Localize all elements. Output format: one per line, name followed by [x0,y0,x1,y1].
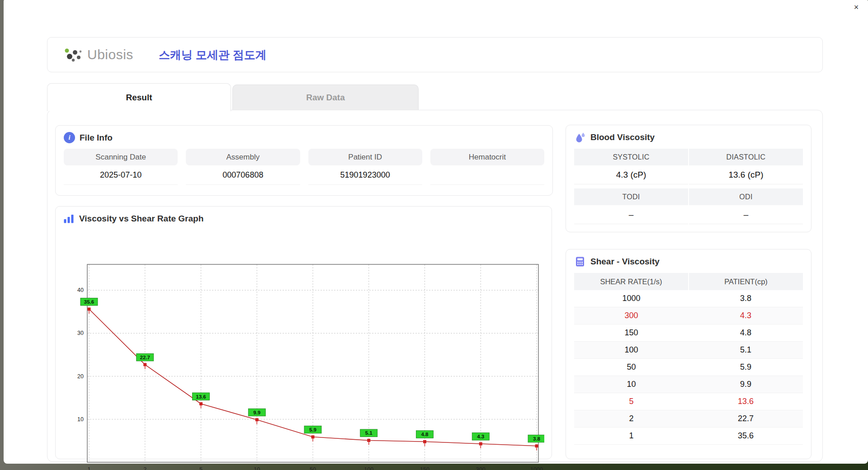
svg-text:13.6: 13.6 [196,394,206,400]
svg-text:50: 50 [310,466,316,470]
svg-text:5.9: 5.9 [309,427,316,432]
shear-col-rate: SHEAR RATE(1/s) [574,273,688,290]
calculator-icon [574,256,586,268]
field-hematocrit: Hematocrit [430,149,544,185]
svg-text:10: 10 [77,416,84,423]
logo-text: Ubiosis [87,47,133,62]
blood-viscosity-header: Blood Viscosity [574,132,803,143]
patient-cell: 4.3 [689,311,803,320]
ubiosis-logo: Ubiosis [63,46,133,63]
field-label: Assembly [186,149,300,165]
shear-table-row: 1 35.6 [574,428,803,445]
svg-text:3.8: 3.8 [533,436,541,442]
field-value: 000706808 [186,165,300,185]
tab-raw-data-label: Raw Data [306,93,345,103]
bar-chart-icon [63,213,75,225]
field-value [430,165,544,185]
shear-viscosity-header: Shear - Viscosity [574,256,803,268]
field-scanning-date: Scanning Date 2025-07-10 [64,149,178,185]
spacer [574,184,803,188]
close-icon[interactable]: × [851,2,862,13]
shear-viscosity-card: Shear - Viscosity SHEAR RATE(1/s) PATIEN… [566,249,811,459]
bv-value-systolic: 4.3 (cP) [574,165,688,184]
svg-text:20: 20 [77,373,84,380]
ubiosis-logo-icon [63,46,84,63]
svg-text:1000: 1000 [530,466,543,470]
patient-cell: 4.8 [689,328,803,338]
bv-header-diastolic: DIASTOLIC [689,149,803,165]
bv-value-diastolic: 13.6 (cP) [689,165,803,184]
bv-value-odi: – [689,205,803,224]
shear-rate-cell: 1 [574,431,689,441]
tab-result[interactable]: Result [47,83,231,111]
field-assembly: Assembly 000706808 [186,149,300,185]
svg-text:30: 30 [77,330,84,336]
patient-cell: 3.8 [689,294,803,303]
shear-rate-cell: 150 [574,328,689,338]
svg-text:300: 300 [476,466,486,470]
shear-rate-cell: 1000 [574,294,689,303]
shear-table-row: 2 22.7 [574,410,803,428]
bv-value-row-1: 4.3 (cP) 13.6 (cP) [574,165,803,184]
patient-cell: 13.6 [689,397,803,406]
svg-text:5.1: 5.1 [365,430,373,436]
svg-text:5: 5 [199,466,203,470]
tab-raw-data[interactable]: Raw Data [232,85,419,110]
shear-rate-cell: 300 [574,311,689,320]
svg-text:1: 1 [88,466,91,470]
shear-table-body: 1000 3.8 300 4.3 150 4.8 100 5.1 50 5.9 … [574,290,803,445]
shear-table-row: 100 5.1 [574,342,803,359]
shear-table-row: 150 4.8 [574,324,803,342]
svg-text:40: 40 [77,287,84,293]
viscosity-graph-card: Viscosity vs Shear Rate Graph 1020304035… [55,206,552,459]
bv-value-row-2: – – [574,205,803,224]
droplets-icon [574,132,586,143]
svg-text:10: 10 [254,466,260,470]
shear-viscosity-title: Shear - Viscosity [590,257,660,267]
shear-rate-cell: 100 [574,345,689,355]
bv-header-todi: TODI [574,188,688,205]
svg-text:4.3: 4.3 [477,434,484,439]
shear-table-header: SHEAR RATE(1/s) PATIENT(cp) [574,273,803,290]
info-icon: i [64,132,75,143]
svg-text:150: 150 [420,466,429,470]
blood-viscosity-title: Blood Viscosity [590,132,655,142]
shear-rate-cell: 10 [574,380,689,389]
shear-table-row: 300 4.3 [574,307,803,324]
svg-text:100: 100 [364,466,373,470]
svg-text:22.7: 22.7 [140,355,150,360]
patient-cell: 35.6 [689,431,803,441]
bv-header-odi: ODI [689,188,803,205]
bv-header-systolic: SYSTOLIC [574,149,688,165]
svg-text:9.9: 9.9 [253,410,260,415]
bv-header-row-2: TODI ODI [574,188,803,205]
field-label: Patient ID [308,149,422,165]
header-card: Ubiosis 스캐닝 모세관 점도계 [47,37,823,72]
file-info-title: File Info [80,133,113,143]
viscosity-chart: 1020304035.622.713.69.95.95.14.84.33.812… [63,230,544,470]
page-title: 스캐닝 모세관 점도계 [159,47,267,62]
bv-header-row-1: SYSTOLIC DIASTOLIC [574,149,803,165]
shear-table-row: 50 5.9 [574,359,803,376]
field-label: Hematocrit [430,149,544,165]
blood-viscosity-card: Blood Viscosity SYSTOLIC DIASTOLIC 4.3 (… [566,125,811,232]
field-label: Scanning Date [64,149,178,165]
patient-cell: 5.1 [689,345,803,355]
file-info-fields: Scanning Date 2025-07-10 Assembly 000706… [64,149,544,185]
patient-cell: 5.9 [689,362,803,372]
shear-table-row: 1000 3.8 [574,290,803,307]
shear-rate-cell: 2 [574,414,689,423]
shear-col-patient: PATIENT(cp) [689,273,803,290]
patient-cell: 22.7 [689,414,803,423]
shear-table-row: 10 9.9 [574,376,803,393]
field-patient-id: Patient ID 51901923000 [308,149,422,185]
svg-text:2: 2 [143,466,146,470]
bv-value-todi: – [574,205,688,224]
shear-rate-cell: 5 [574,397,689,406]
patient-cell: 9.9 [689,380,803,389]
shear-rate-cell: 50 [574,362,689,372]
file-info-card: i File Info Scanning Date 2025-07-10 Ass… [55,125,553,196]
file-info-header: i File Info [64,132,544,143]
shear-table-row: 5 13.6 [574,393,803,410]
svg-text:35.6: 35.6 [84,299,94,305]
